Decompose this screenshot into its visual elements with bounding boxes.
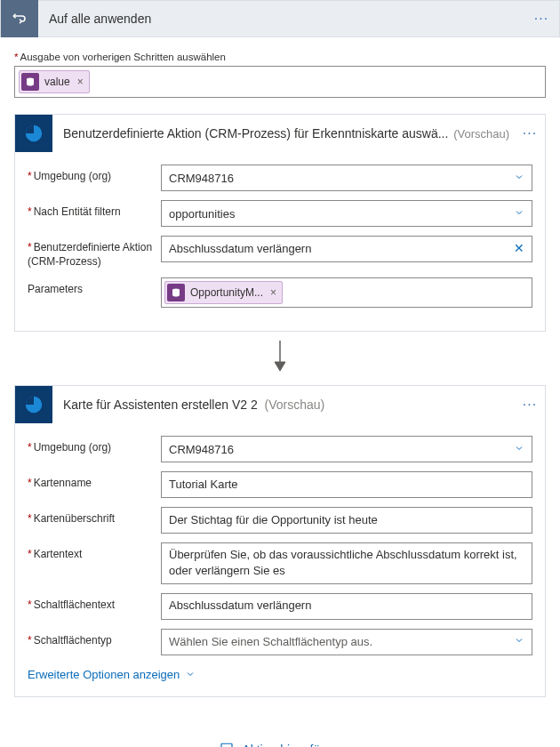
loop-icon [1,0,38,37]
crm-icon [15,115,52,152]
svg-rect-6 [221,743,232,747]
btntext-label: *Schaltflächentext [28,593,161,613]
add-action-footer: Aktion hinzufügen [0,697,560,747]
cardheading-label: *Kartenüberschrift [28,507,161,526]
entity-label: *Nach Entität filtern [28,200,161,220]
custom-action-input[interactable]: Abschlussdatum verlängern ✕ [161,236,532,262]
params-input[interactable]: OpportunityM... × [161,277,532,308]
chevron-down-icon [514,443,524,456]
chevron-down-icon [514,635,524,648]
btntype-label: *Schaltflächentyp [28,629,161,648]
previous-output-input[interactable]: value × [14,66,546,98]
flow-arrow [0,332,560,385]
svg-marker-4 [275,362,285,371]
create-card-menu[interactable]: ··· [515,397,545,413]
add-action-label: Aktion hinzufügen [242,743,340,747]
token-db-icon [21,73,39,91]
cardtext-input[interactable]: Überprüfen Sie, ob das voraussichtliche … [161,542,532,583]
params-label: Parameters [28,277,161,297]
param-token-label: OpportunityM... [190,285,263,301]
custom-action-value: Abschlussdatum verlängern [169,241,311,257]
chevron-down-icon [514,207,524,221]
token-db-icon [167,284,185,301]
entity-value: opportunities [169,207,235,221]
custom-action-label: *Benutzerdefinierte Aktion (CRM-Prozess) [28,236,161,269]
clear-icon[interactable]: ✕ [514,240,524,258]
env-dropdown-2[interactable]: CRM948716 [161,436,532,462]
create-card-header[interactable]: Karte für Assistenten erstellen V2 2 (Vo… [15,386,545,423]
env-value: CRM948716 [169,172,234,185]
custom-action-title: Benutzerdefinierte Aktion (CRM-Prozess) … [52,126,453,141]
apply-to-each-title: Auf alle anwenden [38,12,524,26]
show-advanced-options[interactable]: Erweiterte Optionen anzeigen [28,668,196,681]
btntype-dropdown[interactable]: Wählen Sie einen Schaltflächentyp aus. [161,629,532,655]
token-remove[interactable]: × [76,76,84,88]
cardname-input[interactable]: Tutorial Karte [161,471,532,498]
chevron-down-icon [514,172,524,185]
env-label-2: *Umgebung (org) [28,436,161,455]
add-action-button[interactable]: Aktion hinzufügen [219,742,340,747]
crm-icon [15,386,52,423]
previous-output-label: *Ausgabe von vorherigen Schritten auswäh… [14,52,560,62]
cardtext-label: *Kartentext [28,542,161,562]
custom-action-card: Benutzerdefinierte Aktion (CRM-Prozess) … [14,114,546,332]
add-action-icon [219,742,235,747]
cardheading-input[interactable]: Der Stichtag für die Opportunity ist heu… [161,507,532,534]
token-label: value [44,76,70,88]
custom-action-header[interactable]: Benutzerdefinierte Aktion (CRM-Prozess) … [15,115,545,152]
env-value-2: CRM948716 [169,443,234,456]
apply-to-each-header[interactable]: Auf alle anwenden ··· [0,0,560,37]
entity-dropdown[interactable]: opportunities [161,200,532,227]
preview-label: (Vorschau) [453,127,515,141]
custom-action-menu[interactable]: ··· [515,125,545,141]
env-dropdown[interactable]: CRM948716 [161,165,532,191]
env-label: *Umgebung (org) [28,165,161,184]
btntext-input[interactable]: Abschlussdatum verlängern [161,593,532,620]
create-card-title: Karte für Assistenten erstellen V2 2 (Vo… [52,398,515,412]
cardname-label: *Kartenname [28,471,161,491]
param-token[interactable]: OpportunityM... × [164,281,283,304]
token-remove[interactable]: × [268,285,276,301]
value-token[interactable]: value × [19,70,90,93]
create-card-action: Karte für Assistenten erstellen V2 2 (Vo… [14,385,546,696]
btntype-placeholder: Wählen Sie einen Schaltflächentyp aus. [169,635,372,648]
apply-to-each-menu[interactable]: ··· [524,11,559,27]
